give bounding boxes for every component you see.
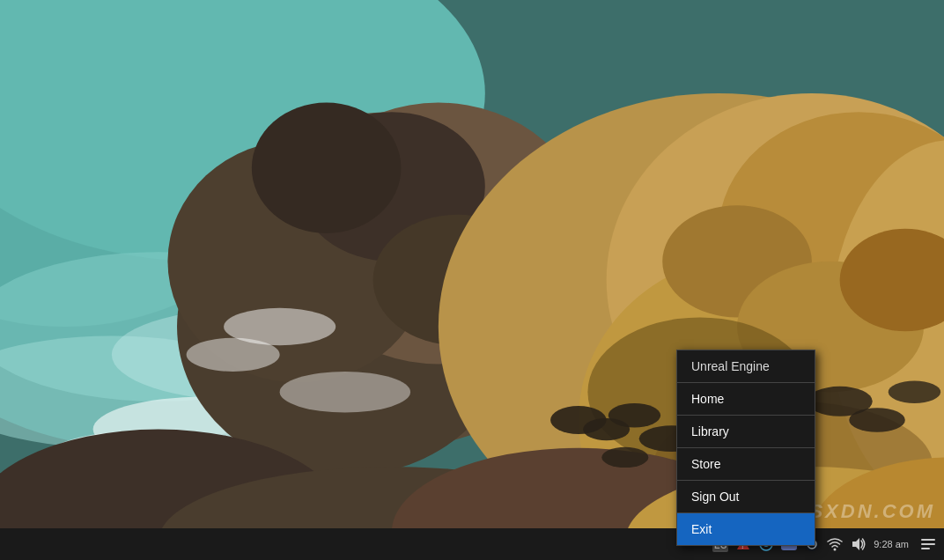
menu-item-sign-out[interactable]: Sign Out [677,481,815,512]
menu-item-store[interactable]: Store [677,448,815,480]
svg-point-35 [608,403,660,428]
svg-point-40 [849,408,905,432]
svg-point-15 [252,103,402,233]
menu-item-unreal-engine[interactable]: Unreal Engine [677,350,815,382]
svg-marker-58 [852,538,859,550]
svg-point-41 [889,380,940,402]
taskbar-clock: 9:28 am [874,538,909,550]
context-menu: Unreal Engine Home Library Store Sign Ou… [676,350,815,546]
action-center-button[interactable] [919,535,937,553]
wifi-tray-icon[interactable] [826,535,844,553]
menu-item-home[interactable]: Home [677,383,815,415]
menu-item-library[interactable]: Library [677,416,815,447]
svg-point-43 [187,338,280,372]
volume-tray-icon[interactable] [849,535,867,553]
svg-point-57 [834,549,837,551]
desktop: WSXDN.COM Unreal Engine Home Library Sto… [0,0,944,560]
svg-point-44 [280,372,410,413]
svg-rect-61 [921,548,930,549]
svg-rect-60 [921,543,935,545]
menu-item-exit[interactable]: Exit [677,513,815,545]
svg-rect-59 [921,539,935,541]
svg-point-38 [601,447,648,468]
